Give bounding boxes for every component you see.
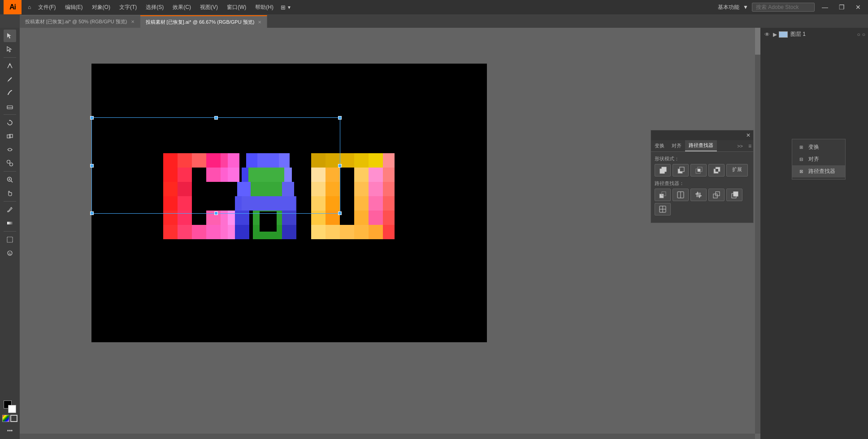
pf-tab-transform[interactable]: 变换: [651, 141, 668, 151]
menu-type[interactable]: 文字(T): [116, 2, 140, 13]
layer-target-btn[interactable]: ○: [862, 31, 865, 38]
svg-rect-96: [311, 211, 326, 225]
ctx-transform-label: 变换: [808, 143, 819, 151]
svg-rect-57: [242, 196, 295, 211]
minus-back-btn[interactable]: [726, 189, 742, 201]
svg-rect-79: [326, 225, 340, 239]
exclude-btn[interactable]: [708, 164, 725, 176]
tab-2[interactable]: 投稿素材 [已恢复].ai* @ 66.67% (RGB/GPU 预览) ✕: [140, 15, 268, 28]
menu-object[interactable]: 对象(O): [88, 2, 114, 13]
v-scrollbar[interactable]: [755, 28, 760, 434]
canvas-scroll[interactable]: [20, 28, 760, 439]
svg-rect-34: [206, 225, 221, 239]
svg-rect-74: [354, 182, 369, 196]
shape-builder-tool[interactable]: [4, 157, 16, 169]
layer-lock-btn[interactable]: ○: [857, 31, 860, 38]
right-panel: 属性 图层 库 ☰ 👁 ▶ 图层 1 ○ ○: [760, 14, 868, 439]
pf-title-bar: ✕: [651, 130, 753, 140]
svg-rect-15: [7, 237, 13, 242]
pf-close-btn[interactable]: ✕: [746, 132, 751, 138]
svg-rect-94: [311, 182, 326, 196]
svg-rect-115: [733, 192, 738, 196]
expand-btn[interactable]: 扩展: [726, 164, 748, 176]
svg-rect-46: [237, 182, 252, 196]
menu-file[interactable]: 文件(F): [35, 2, 59, 13]
more-tools[interactable]: •••: [4, 425, 16, 437]
toolbar-sep-3: [4, 171, 16, 172]
layer-visibility-toggle[interactable]: 👁: [763, 31, 771, 38]
ctx-transform[interactable]: ⊞ 变换: [792, 141, 845, 153]
svg-line-11: [11, 181, 13, 183]
symbol-tool[interactable]: S: [4, 247, 16, 259]
minimize-btn[interactable]: —: [818, 3, 832, 12]
selection-tool[interactable]: [4, 30, 16, 42]
ctx-align[interactable]: ⊟ 对齐: [792, 153, 845, 165]
menu-window[interactable]: 窗口(W): [223, 2, 250, 13]
svg-rect-64: [326, 153, 340, 168]
close-btn[interactable]: ✕: [852, 3, 864, 12]
tab-1-close[interactable]: ✕: [131, 19, 135, 24]
v-thumb[interactable]: [755, 28, 760, 55]
maximize-btn[interactable]: ❐: [835, 3, 848, 12]
pf-tab-pathfinder[interactable]: 路径查找器: [685, 140, 717, 151]
svg-rect-93: [311, 168, 326, 182]
warp-tool[interactable]: [4, 143, 16, 156]
direct-select-tool[interactable]: [4, 43, 16, 56]
pencil-tool[interactable]: [4, 73, 16, 86]
gradient-tool[interactable]: [4, 217, 16, 229]
tab-2-close[interactable]: ✕: [258, 20, 261, 25]
h-scrollbar[interactable]: [20, 434, 755, 439]
trim-btn[interactable]: [655, 189, 671, 201]
artboard-tool[interactable]: [4, 233, 16, 246]
menu-help[interactable]: 帮助(H): [252, 2, 277, 13]
menu-edit[interactable]: 编辑(E): [61, 2, 87, 13]
svg-rect-48: [235, 211, 249, 225]
svg-rect-69: [326, 182, 340, 196]
workspace-dropdown-icon[interactable]: ▼: [743, 4, 748, 10]
menu-select[interactable]: 选择(S): [142, 2, 167, 13]
svg-rect-54: [282, 211, 296, 225]
menu-effect[interactable]: 效果(C): [169, 2, 195, 13]
zoom-tool[interactable]: [4, 173, 16, 186]
unite-btn[interactable]: [655, 164, 671, 176]
ai-logo: Ai: [4, 0, 22, 14]
outline-btn[interactable]: [708, 189, 725, 201]
tab-1[interactable]: 投稿素材 [已恢复].ai* @ 50% (RGB/GPU 预览) ✕: [20, 15, 140, 28]
search-input[interactable]: [752, 3, 815, 12]
ctx-pathfinder-label: 路径查找器: [808, 168, 835, 175]
crop-btn[interactable]: [690, 189, 707, 201]
pen-tool[interactable]: [4, 60, 16, 72]
toolbar-sep-2: [4, 114, 16, 115]
stroke-icon[interactable]: [10, 415, 17, 422]
pf-tab-align[interactable]: 对齐: [668, 141, 685, 151]
menu-view[interactable]: 视图(V): [196, 2, 221, 13]
ctx-pathfinder[interactable]: ⊠ 路径查找器: [792, 165, 845, 177]
svg-point-0: [9, 64, 11, 65]
minus-front-btn[interactable]: [673, 164, 689, 176]
intersect-btn[interactable]: [690, 164, 707, 176]
svg-rect-23: [163, 168, 178, 182]
layer-expand-arrow[interactable]: ▶: [773, 31, 777, 38]
layout-arrow: ▼: [287, 5, 291, 10]
fill-icon[interactable]: [2, 415, 9, 422]
hand-tool[interactable]: [4, 187, 16, 199]
eyedropper-tool[interactable]: [4, 203, 16, 216]
ctx-align-label: 对齐: [808, 155, 819, 163]
pf-body: 形状模式： 扩展 路径查找器：: [651, 152, 753, 223]
svg-rect-31: [163, 225, 178, 239]
scale-tool[interactable]: [4, 130, 16, 142]
svg-rect-88: [383, 168, 395, 182]
rotate-tool[interactable]: [4, 116, 16, 129]
brush-tool[interactable]: [4, 86, 16, 99]
merge-btn[interactable]: [673, 189, 689, 201]
svg-rect-82: [369, 225, 383, 239]
pf-more-btn[interactable]: >>: [734, 142, 746, 151]
home-btn[interactable]: ⌂: [26, 2, 33, 12]
eraser-tool[interactable]: [4, 100, 16, 112]
svg-rect-63: [311, 153, 326, 168]
pf-panel-menu[interactable]: ≡: [746, 141, 753, 151]
svg-rect-73: [354, 168, 369, 182]
layer-color-swatch: [779, 31, 788, 38]
svg-rect-87: [383, 153, 395, 168]
divide-btn[interactable]: [655, 203, 671, 215]
